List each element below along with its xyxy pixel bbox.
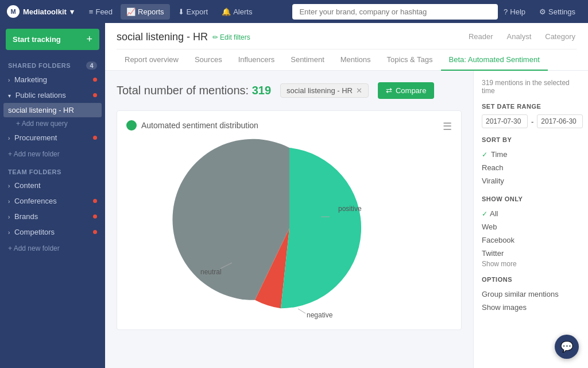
brand-name: Mediatoolkit [23,7,67,16]
option-group-similar[interactable]: Group similar mentions [482,288,580,301]
mentions-count-top: 319 mentions in the selected time [482,79,580,95]
label-negative: negative [307,311,333,319]
content-main: Total number of mentions: 319 social lis… [105,71,473,368]
sort-virality[interactable]: Virality [482,174,580,187]
nav-report-overview[interactable]: Report overview [117,49,187,71]
nav-reports[interactable]: 📈 Reports [121,4,170,20]
search-input[interactable] [292,4,498,20]
nav-right-actions: ? Help ⚙ Settings [498,4,581,20]
chat-bubble-button[interactable]: 💬 [555,335,579,359]
nav-mentions[interactable]: Mentions [332,49,379,71]
content-area: Total number of mentions: 319 social lis… [105,71,588,368]
report-view-tabs: Reader Analyst Category [467,30,577,44]
top-navigation: M Mediatoolkit ▾ ≡ Feed 📈 Reports ⬇ Expo… [0,0,588,23]
sort-reach[interactable]: Reach [482,161,580,174]
brand-logo[interactable]: M Mediatoolkit ▾ [7,5,74,18]
svg-line-2 [298,309,305,313]
marketing-dot [93,78,97,82]
show-more-link[interactable]: Show more [482,260,580,268]
tab-analyst[interactable]: Analyst [506,30,533,44]
nav-export[interactable]: ⬇ Export [172,4,214,20]
chart-menu-button[interactable]: ☰ [443,120,452,133]
label-positive: positive [338,205,362,213]
nav-topics-tags[interactable]: Topics & Tags [379,49,441,71]
brands-dot [93,214,97,218]
show-only-label: SHOW ONLY [482,195,580,202]
date-from-input[interactable] [482,114,528,128]
query-tag: social listening - HR ✕ [280,83,369,98]
nav-feed[interactable]: ≡ Feed [83,4,118,20]
chart-title: Automated sentiment distribution [126,120,452,131]
set-date-range-label: SET DATE RANGE [482,103,580,110]
edit-filters-link[interactable]: ✏ Edit filters [212,33,250,41]
nav-influencers[interactable]: Influencers [230,49,283,71]
conferences-dot [93,199,97,203]
left-sidebar: Start tracking + SHARED FOLDERS 4 › Mark… [0,23,105,368]
team-folders-label: TEAM FOLDERS [0,163,105,178]
report-header: social listening - HR ✏ Edit filters Rea… [105,23,588,71]
date-range-row: - [482,114,580,128]
sort-by-label: SORT BY [482,136,580,143]
options-label: OPTIONS [482,276,580,283]
chart-section: Automated sentiment distribution ☰ [117,110,462,330]
remove-query-tag[interactable]: ✕ [356,86,362,95]
public-relations-dot [93,93,97,97]
body-layout: Start tracking + SHARED FOLDERS 4 › Mark… [0,23,588,368]
sidebar-item-procurement[interactable]: › Procurement [0,130,105,145]
total-mentions: Total number of mentions: 319 [117,84,271,97]
nav-alerts[interactable]: 🔔 Alerts [216,4,258,20]
start-tracking-button[interactable]: Start tracking + [6,29,99,50]
compare-button[interactable]: ⇄ Compare [378,82,434,99]
shared-count-badge: 4 [86,62,97,70]
sidebar-item-conferences[interactable]: › Conferences [0,193,105,209]
show-only-facebook[interactable]: Facebook [482,233,580,247]
pie-positive [281,148,361,308]
chart-icon [126,120,137,131]
chart-area: positive neutral negative [126,136,452,320]
help-button[interactable]: ? Help [498,4,531,20]
tab-reader[interactable]: Reader [467,30,494,44]
sidebar-item-marketing[interactable]: › Marketing [0,72,105,87]
add-new-folder-shared[interactable]: + Add new folder [0,145,105,163]
nav-sentiment[interactable]: Sentiment [283,49,332,71]
show-only-web[interactable]: Web [482,220,580,233]
label-neutral: neutral [200,268,222,276]
option-show-images[interactable]: Show images [482,301,580,314]
report-title-row: social listening - HR ✏ Edit filters Rea… [117,30,577,44]
sort-time[interactable]: Time [482,148,580,161]
right-panel: 319 mentions in the selected time SET DA… [473,71,588,368]
add-new-query-link[interactable]: + Add new query [0,117,105,130]
procurement-dot [93,136,97,140]
settings-button[interactable]: ⚙ Settings [533,4,581,20]
add-new-folder-team[interactable]: + Add new folder [0,240,105,257]
nav-beta-automated-sentiment[interactable]: Beta: Automated Sentiment [441,49,548,71]
sidebar-item-content[interactable]: › Content [0,178,105,193]
show-only-twitter[interactable]: Twitter [482,247,580,260]
sidebar-item-social-listening-hr[interactable]: social listening - HR [3,103,102,117]
logo-icon: M [7,5,20,18]
pie-chart: positive neutral negative [198,136,381,320]
shared-folders-label: SHARED FOLDERS 4 [0,56,105,72]
main-area: social listening - HR ✏ Edit filters Rea… [105,23,588,368]
sidebar-item-competitors[interactable]: › Competitors [0,224,105,240]
date-to-input[interactable] [537,114,583,128]
search-bar [292,4,498,20]
nav-links: ≡ Feed 📈 Reports ⬇ Export 🔔 Alerts [83,4,258,20]
report-nav: Report overview Sources Influencers Sent… [117,49,577,70]
mentions-row: Total number of mentions: 319 social lis… [117,82,462,99]
show-only-all[interactable]: All [482,207,580,220]
tab-category[interactable]: Category [544,30,577,44]
sidebar-item-public-relations[interactable]: ▾ Public relations [0,87,105,103]
competitors-dot [93,230,97,234]
sidebar-item-brands[interactable]: › Brands [0,209,105,224]
report-title: social listening - HR ✏ Edit filters [117,31,250,43]
nav-sources[interactable]: Sources [187,49,230,71]
